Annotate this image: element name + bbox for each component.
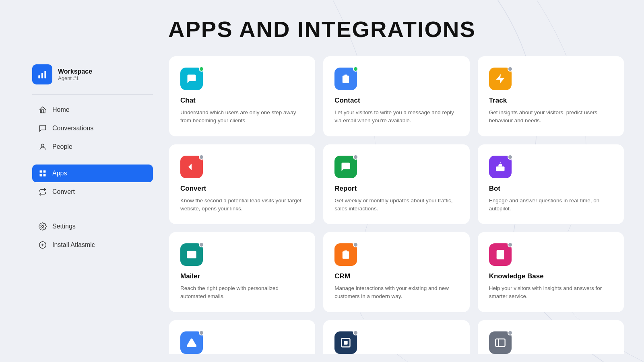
- report-status-dot: [353, 154, 358, 160]
- svg-rect-7: [43, 174, 46, 177]
- workspace-text: Workspace Agent #1: [58, 68, 92, 81]
- bot-desc: Engage and answer questions in real-time…: [489, 197, 613, 213]
- workspace-agent: Agent #1: [58, 75, 92, 81]
- svg-rect-0: [38, 75, 40, 78]
- app11-status-dot: [353, 330, 358, 335]
- workspace-name: Workspace: [58, 68, 92, 75]
- sidebar-item-apps[interactable]: Apps: [32, 165, 153, 182]
- convert-desc: Know the second a potential lead visits …: [180, 197, 304, 213]
- sidebar-divider: [32, 94, 153, 95]
- app10-icon-wrap: [180, 331, 203, 354]
- app-card-10[interactable]: [169, 320, 315, 354]
- track-title: Track: [489, 97, 613, 105]
- app10-status-dot: [199, 330, 204, 335]
- convert-title: Convert: [180, 185, 304, 193]
- svg-point-18: [498, 168, 499, 169]
- app-card-11[interactable]: [323, 320, 469, 354]
- sidebar-label-convert: Convert: [52, 188, 75, 195]
- report-title: Report: [334, 185, 458, 193]
- main-content: Chat Understand which users are only one…: [169, 56, 628, 354]
- app-card-report[interactable]: Report Get weekly or monthly updates abo…: [323, 144, 469, 224]
- app11-icon-wrap: [334, 331, 357, 354]
- app-card-12[interactable]: [478, 320, 624, 354]
- sidebar-item-conversations[interactable]: Conversations: [32, 119, 153, 137]
- track-status-dot: [508, 66, 513, 72]
- report-icon-wrap: [334, 156, 357, 178]
- crm-title: CRM: [334, 272, 458, 280]
- kb-title: Knowledge Base: [489, 272, 613, 280]
- svg-rect-12: [345, 75, 347, 77]
- sidebar-item-people[interactable]: People: [32, 138, 153, 156]
- report-desc: Get weekly or monthly updates about your…: [334, 197, 458, 213]
- conversations-icon: [39, 124, 47, 132]
- sidebar-item-install[interactable]: Install Atlasmic: [32, 236, 153, 254]
- chat-title: Chat: [180, 97, 304, 105]
- app-card-contact[interactable]: Contact Let your visitors to write you a…: [323, 56, 469, 136]
- apps-icon: [39, 169, 47, 177]
- chat-icon-wrap: [180, 68, 203, 90]
- sidebar-label-settings: Settings: [52, 223, 76, 230]
- svg-rect-4: [40, 171, 42, 173]
- convert-status-dot: [199, 154, 204, 160]
- bot-icon-wrap: [489, 156, 512, 178]
- convert-icon: [39, 188, 47, 196]
- mailer-status-dot: [199, 242, 204, 247]
- convert-icon-wrap: [180, 156, 203, 178]
- contact-desc: Let your visitors to write you a message…: [334, 109, 458, 125]
- app12-icon-wrap: [489, 331, 512, 354]
- kb-icon-wrap: [489, 243, 512, 266]
- svg-rect-26: [344, 341, 348, 344]
- sidebar-label-apps: Apps: [52, 170, 67, 177]
- track-desc: Get insights about your visitors, predic…: [489, 109, 613, 125]
- sidebar-label-install: Install Atlasmic: [52, 241, 95, 249]
- svg-point-17: [500, 162, 500, 162]
- chat-desc: Understand which users are only one step…: [180, 109, 304, 125]
- app-card-crm[interactable]: CRM Manage interactions with your existi…: [323, 232, 469, 312]
- svg-rect-20: [345, 251, 347, 253]
- svg-rect-6: [40, 174, 42, 177]
- bot-title: Bot: [489, 185, 613, 193]
- sidebar: Workspace Agent #1 Home Conversations Pe…: [0, 0, 169, 362]
- track-icon-wrap: [489, 68, 512, 90]
- mailer-icon-wrap: [180, 243, 203, 266]
- svg-marker-15: [496, 74, 504, 83]
- kb-status-dot: [508, 242, 513, 247]
- svg-point-3: [41, 144, 44, 147]
- sidebar-item-home[interactable]: Home: [32, 101, 153, 119]
- contact-icon-wrap: [334, 68, 357, 90]
- workspace-header[interactable]: Workspace Agent #1: [32, 64, 153, 84]
- svg-rect-1: [41, 73, 43, 78]
- people-icon: [39, 143, 47, 151]
- svg-point-19: [501, 168, 502, 169]
- crm-icon-wrap: [334, 243, 357, 266]
- app-card-mailer[interactable]: Mailer Reach the right people with perso…: [169, 232, 315, 312]
- app-card-track[interactable]: Track Get insights about your visitors, …: [478, 56, 624, 136]
- crm-status-dot: [353, 242, 358, 247]
- sidebar-label-conversations: Conversations: [52, 125, 93, 132]
- bot-status-dot: [508, 154, 513, 160]
- app-card-bot[interactable]: Bot Engage and answer questions in real-…: [478, 144, 624, 224]
- app12-status-dot: [508, 330, 513, 335]
- svg-point-8: [42, 226, 44, 228]
- sidebar-item-convert[interactable]: Convert: [32, 183, 153, 201]
- contact-title: Contact: [334, 97, 458, 105]
- apps-grid: Chat Understand which users are only one…: [169, 56, 624, 354]
- crm-desc: Manage interactions with your existing a…: [334, 284, 458, 301]
- home-icon: [39, 106, 47, 114]
- chat-status-dot: [199, 66, 204, 72]
- svg-rect-2: [44, 71, 46, 78]
- app-card-chat[interactable]: Chat Understand which users are only one…: [169, 56, 315, 136]
- app-card-convert[interactable]: Convert Know the second a potential lead…: [169, 144, 315, 224]
- workspace-icon: [32, 64, 52, 84]
- sidebar-label-home: Home: [52, 106, 70, 113]
- mailer-title: Mailer: [180, 272, 304, 280]
- kb-desc: Help your visitors with insights and ans…: [489, 284, 613, 301]
- svg-rect-27: [495, 339, 505, 346]
- svg-rect-5: [43, 171, 46, 173]
- sidebar-label-people: People: [52, 143, 72, 150]
- app-card-knowledge-base[interactable]: Knowledge Base Help your visitors with i…: [478, 232, 624, 312]
- svg-rect-16: [496, 166, 504, 171]
- contact-status-dot: [353, 66, 358, 72]
- install-icon: [39, 241, 47, 249]
- sidebar-item-settings[interactable]: Settings: [32, 218, 153, 235]
